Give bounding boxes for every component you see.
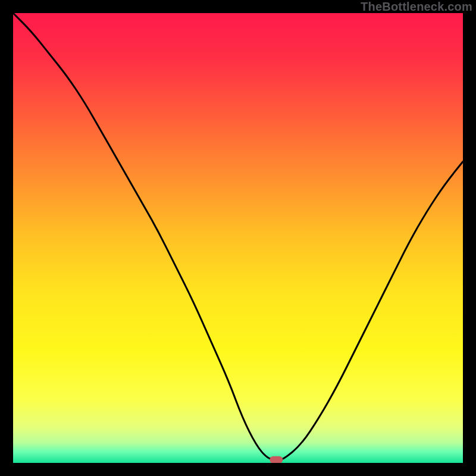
watermark-text: TheBottleneck.com <box>361 0 472 14</box>
minimum-marker <box>270 456 283 463</box>
chart-frame: TheBottleneck.com <box>0 0 476 476</box>
plot-area <box>13 13 463 463</box>
chart-svg <box>13 13 463 463</box>
gradient-background <box>13 13 463 463</box>
